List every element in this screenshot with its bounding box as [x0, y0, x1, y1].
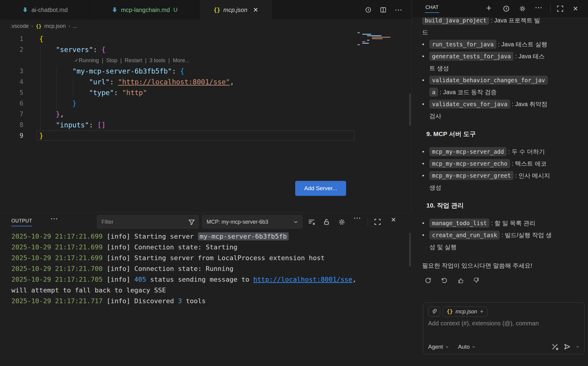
maximize-icon[interactable] [556, 5, 564, 13]
code-lens-row: ✓Running | Stop | Restart | 3 tools | Mo… [0, 55, 411, 66]
breadcrumb-file[interactable]: mcp.json [44, 23, 66, 29]
minimap-mark [372, 38, 383, 39]
gear-icon[interactable] [338, 218, 346, 226]
attach-button[interactable] [428, 306, 440, 317]
add-server-button[interactable]: Add Server... [295, 181, 346, 196]
breadcrumb-folder[interactable]: .vscode [10, 23, 29, 29]
more-icon[interactable]: ⋯ [395, 8, 402, 11]
more-icon[interactable]: ⋯ [535, 6, 542, 9]
tools-icon[interactable] [551, 343, 559, 350]
chat-text-line: generate_tests_for_java : Java 테스 [429, 50, 580, 62]
close-icon[interactable]: × [391, 216, 396, 223]
chat-panel: CHAT + ⋯ × build_java_project : Java 프로젝… [412, 0, 588, 366]
code-token: : [172, 67, 180, 75]
more-icon[interactable]: ⋯ [50, 217, 58, 220]
code-editor[interactable]: 1{2 "servers": {✓Running | Stop | Restar… [0, 33, 411, 141]
close-tab-icon[interactable]: × [253, 7, 258, 13]
minimap-row [357, 40, 408, 41]
code-text: "url": "http://localhost:8001/sse", [39, 77, 234, 87]
retry-icon[interactable] [425, 277, 432, 284]
chat-text: : 빌드/실행 작업 생 [500, 232, 551, 238]
chat-tab[interactable]: CHAT [425, 5, 439, 10]
chat-text-line: mcp_my-mcp-server_echo : 텍스트 에코 [429, 158, 580, 170]
chevron-right-icon: › [69, 23, 70, 29]
agent-mode-select[interactable]: Agent [428, 344, 449, 350]
code-line-8: 8 "inputs": [] [0, 120, 411, 130]
bullet-icon: • [422, 229, 429, 253]
output-channel-select[interactable]: MCP: my-mcp-server-6b3 [202, 215, 302, 228]
close-icon[interactable]: × [573, 5, 578, 12]
send-options-chevron-icon[interactable] [576, 345, 580, 349]
chat-input-toolbar: Agent Auto [428, 343, 580, 350]
chat-text-line: 생성 [429, 182, 580, 193]
tab-mcp-langchain.md[interactable]: mcp-langchain.mdU [90, 0, 199, 20]
maximize-icon[interactable] [374, 218, 381, 226]
editor-area[interactable]: .vscode › {} mcp.json › ... 1{2 "servers… [0, 20, 411, 213]
chat-text: : Java 테스트 실행 [496, 41, 547, 48]
code-lens[interactable]: ✓Running | Stop | Restart | 3 tools | Mo… [74, 55, 190, 66]
breadcrumb-more[interactable]: ... [73, 23, 77, 29]
context-chip-mcp-json[interactable]: {} mcp.json + [443, 306, 487, 317]
log-token: will attempt to fall back to legacy SSE [11, 286, 166, 294]
divider [368, 218, 368, 225]
chat-message-input[interactable] [428, 320, 580, 327]
chat-text-line: a : Java 코드 동작 검증 [429, 86, 580, 98]
add-context-icon[interactable]: + [480, 308, 484, 315]
split-editor-icon[interactable] [380, 6, 387, 13]
minimap[interactable] [357, 32, 408, 51]
panel-tab-output[interactable]: OUTPUT [11, 218, 32, 224]
minimap-mark [357, 32, 360, 33]
code-token: "servers" [56, 46, 93, 54]
tab-mcp.json[interactable]: {}mcp.json× [199, 0, 272, 20]
chat-text-line: build_java_project : Java 프로젝트 빌 [422, 17, 580, 26]
log-url-link[interactable]: http://localhost:8001/sse [253, 276, 352, 283]
thumbs-down-icon[interactable] [473, 277, 480, 284]
undo-icon[interactable] [441, 277, 448, 284]
log-line: 2025-10-29 21:17:21.699 [info] Starting … [11, 253, 412, 263]
code-line-5: 5 "type": "http" [0, 87, 411, 98]
thumbs-up-icon[interactable] [457, 277, 464, 284]
chat-text: : Java 취약점 [510, 101, 547, 107]
chat-text: 생성 [429, 184, 441, 191]
clear-output-icon[interactable] [307, 218, 316, 226]
vscode-window: ai-chatbot.mdmcp-langchain.mdU{}mcp.json… [0, 0, 588, 366]
log-token: 2025-10-29 21:17:21.699 [11, 233, 103, 240]
code-token [39, 89, 89, 97]
unlock-icon[interactable] [322, 218, 331, 226]
minimap-row [357, 41, 408, 42]
log-line: 2025-10-29 21:17:21.699 [info] Connectio… [11, 242, 412, 253]
tab-ai-chatbot.md[interactable]: ai-chatbot.md [0, 0, 90, 20]
timeline-icon[interactable] [365, 6, 372, 13]
line-number: 2 [0, 44, 23, 55]
more-icon[interactable]: ⋯ [353, 216, 361, 219]
model-select[interactable]: Auto [458, 344, 476, 350]
message-feedback-bar [422, 277, 580, 284]
filter-input[interactable] [97, 216, 185, 228]
editor-scrollbar-thumb[interactable] [409, 93, 411, 126]
chat-text-line: 성 및 실행 [429, 241, 580, 253]
code-token: "http" [122, 89, 147, 97]
line-number: 7 [0, 109, 23, 120]
code-token: } [56, 110, 60, 118]
gear-icon[interactable] [519, 5, 526, 13]
line-number: 9 [0, 130, 23, 141]
chat-text: : 텍스트 에코 [510, 160, 547, 167]
bullet-content: validate_behavior_changes_for_java : Jav… [429, 74, 580, 98]
model-label: Auto [458, 344, 470, 350]
minimap-row [357, 44, 408, 45]
chat-text-line: 트 생성 [429, 62, 580, 74]
chat-text-line: manage_todo_list : 할 일 목록 관리 [429, 217, 580, 229]
code-text: } [39, 130, 43, 141]
code-line-3: 3 "my-mcp-server-6b3fb5fb": { [0, 66, 411, 77]
url-link[interactable]: "http://localhost:8001/sse" [118, 78, 230, 86]
code-token: [] [97, 121, 106, 129]
log-token: [info] Starting server from LocalProcess… [103, 254, 325, 262]
history-icon[interactable] [502, 5, 510, 13]
send-icon[interactable] [563, 343, 571, 350]
chat-input-box: {} mcp.json + Agent Auto [423, 302, 585, 354]
output-scrollbar-thumb[interactable] [409, 233, 411, 266]
code-token [39, 78, 89, 86]
code-token [39, 121, 56, 129]
new-chat-icon[interactable]: + [486, 5, 492, 11]
bullet-content: manage_todo_list : 할 일 목록 관리 [429, 217, 580, 229]
